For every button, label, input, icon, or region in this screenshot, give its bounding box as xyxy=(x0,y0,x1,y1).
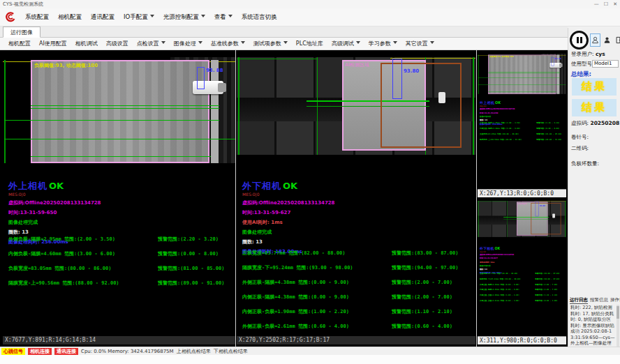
measurement-row: 隔膜宽度-下=95.24mm 范围:(93.00 - 98.00)预警范围:(9… xyxy=(242,264,471,271)
time-label: 时间:13-31-59-627 xyxy=(480,257,514,260)
measurement-row: 负极宽度=83.05mm 范围:(80.00 - 86.00)预警范围:(81.… xyxy=(480,132,566,135)
pause-button[interactable] xyxy=(570,31,589,50)
green-edge-line xyxy=(4,60,6,163)
turns-label: 圈数: 13 xyxy=(480,268,514,271)
admin-mode-button[interactable] xyxy=(602,33,612,47)
log-tab-alarm[interactable]: 报警信息 xyxy=(590,297,608,304)
measurement-row: 隔膜宽度-上=90.56mm 范围:(88.00 - 92.00)预警范围:(8… xyxy=(8,280,235,287)
measurement-row: 内侧正极-隔膜=4.38mm 范围:(0.00 - 9.00)预警范围:(2.0… xyxy=(480,289,565,291)
model-select[interactable]: Model1 xyxy=(592,60,619,68)
tool-advanced-settings[interactable]: 高级设置 xyxy=(102,40,133,47)
maximize-icon[interactable]: ☐ xyxy=(604,1,608,7)
ai-region-label: AI检测区域 xyxy=(518,202,527,205)
tool-other-settings[interactable]: 其它设置 xyxy=(401,40,438,47)
green-edge-line xyxy=(565,201,566,237)
green-edge-line xyxy=(473,57,474,155)
pixel-coordinate-readout: X:7677,Y:891;R:14;G:14;B:14 xyxy=(3,336,235,344)
tab-run-image[interactable]: 运行图像 xyxy=(3,26,40,38)
connector-tip xyxy=(559,63,563,67)
measurement-row: 内侧负极-隔膜=4.60mm 范围:(3.00 - 6.00)预警范围:(0.0… xyxy=(480,127,566,130)
operator-mode-button[interactable] xyxy=(590,33,600,47)
result-text-block: 外下相机OK MES:0|0 虚拟码:Offline20250208133134… xyxy=(242,179,335,255)
result-ok: OK xyxy=(494,247,500,251)
comm-connection-badge: 通讯连接 xyxy=(54,348,78,355)
user-icon xyxy=(591,36,599,44)
tool-learning-params[interactable]: 学习参数 xyxy=(364,40,401,47)
roi-value-label: 93.80 xyxy=(404,68,419,74)
time-label: 时间:13-31-59-650 xyxy=(8,209,101,216)
tool-ai-config[interactable]: AI使用配置 xyxy=(35,40,71,47)
measurement-row: 内侧正极-隔膜=4.38mm 范围:(0.00 - 9.00)预警范围:(2.0… xyxy=(242,294,471,301)
measurement-row: 外侧正极-隔膜=4.38mm 范围:(0.00 - 9.00)预警范围:(2.0… xyxy=(480,283,565,286)
measurement-row: 内侧正极-负极=1.90mm 范围:(1.00 - 2.20)预警范围:(1.1… xyxy=(242,308,471,315)
green-edge-line xyxy=(478,55,479,94)
blue-roi-box xyxy=(392,59,402,99)
log-tab-operation[interactable]: 操作日志 xyxy=(610,297,620,304)
thumbnail-view-lower[interactable]: AI检测区域 93.80 外下相机OK MES:0|0 虚拟码:Offline2… xyxy=(478,199,566,344)
virtual-code: 虚拟码:Offline20250208133134728 xyxy=(8,199,101,206)
tool-advanced-debug[interactable]: 高级调试 xyxy=(327,40,364,47)
result-text-block: 外下相机OK MES:0|0 虚拟码:Offline20250208133134… xyxy=(480,246,514,275)
measure-line xyxy=(31,105,219,106)
close-icon[interactable]: ✕ xyxy=(613,1,617,7)
measurement-row: 外侧正极-隔膜=4.38mm 范围:(0.00 - 9.00)预警范围:(2.0… xyxy=(242,279,471,286)
tool-test-params[interactable]: 测试项参数 xyxy=(249,40,292,47)
menu-comm-config[interactable]: 通讯配置 xyxy=(91,13,115,22)
roi-value-label: 93. 88 xyxy=(206,68,223,73)
camera-view-upper[interactable]: 93. 88 负极阈值:93, 动态阈值:100 外上相机OK MES:0|0 … xyxy=(3,52,235,344)
tool-baseline-params[interactable]: 基准线参数 xyxy=(207,40,249,47)
threshold-label: 负极阈值:93, 动态阈值:100 xyxy=(489,56,514,59)
log-tab-run[interactable]: 运行日志 xyxy=(570,297,588,304)
logout-button[interactable] xyxy=(614,33,620,47)
green-edge-line xyxy=(238,57,239,155)
log-scrollbar[interactable] xyxy=(617,305,619,347)
menu-io-config[interactable]: IO手配置 xyxy=(124,13,154,22)
bright-spot xyxy=(438,92,445,103)
roi-value-label: 93.80 xyxy=(540,205,545,207)
result-badge-upper: 结果 xyxy=(572,78,617,96)
tool-spot-check[interactable]: 点检设置 xyxy=(133,40,170,47)
menu-light-config[interactable]: 光源控制配置 xyxy=(163,13,205,22)
tool-plc-address[interactable]: PLC地址库 xyxy=(292,40,327,47)
measurement-row: 外侧正极-负极=2.61mm 范围:(0.60 - 4.00)预警范围:(0.6… xyxy=(480,299,565,302)
tool-camera-config[interactable]: 相机配置 xyxy=(4,40,35,47)
measure-line xyxy=(4,120,219,121)
measurement-row: 负极宽度=83.05mm 范围:(80.00 - 86.00)预警范围:(81.… xyxy=(8,265,235,272)
menu-language-switch[interactable]: 系统语言切换 xyxy=(242,13,277,22)
camera-title: 外上相机 xyxy=(8,181,47,191)
camera-title: 外下相机 xyxy=(242,181,281,191)
tool-camera-debug[interactable]: 相机调试 xyxy=(71,40,102,47)
blue-roi-box xyxy=(552,57,554,66)
measurement-row: 外侧正极-负极=2.61mm 范围:(0.60 - 4.00)预警范围:(0.6… xyxy=(242,323,471,330)
threshold-label: 负极阈值:93, 动态阈值:100 xyxy=(34,62,98,69)
virtual-code: 虚拟码:Offline20250208133134728 xyxy=(480,254,514,257)
thumbnail-view-upper[interactable]: 93. 88 负极阈值:93, 动态阈值:100 外上相机OK MES:0|0 … xyxy=(478,52,566,197)
measurement-row: 隔膜宽度-下=95.24mm 范围:(93.00 - 98.00)预警范围:(9… xyxy=(480,278,565,280)
lower-camera-check-result: 下相机点检结果 xyxy=(214,348,248,355)
status-bar: 心跳信号 相机连接 通讯连接 Cpu: 0.0% Memory: 3424.41… xyxy=(0,347,620,355)
qrcode-row: 二维码: xyxy=(571,145,589,152)
camera-connection-badge: 相机连接 xyxy=(28,348,52,355)
virtual-code: 虚拟码:Offline20250208133134728 xyxy=(242,199,335,206)
menu-system-config[interactable]: 系统配置 xyxy=(25,13,49,22)
blue-roi-box xyxy=(197,67,205,89)
menu-camera-config[interactable]: 相机配置 xyxy=(58,13,82,22)
bright-band xyxy=(211,60,219,163)
user-filled-icon xyxy=(603,36,611,44)
app-logo-icon xyxy=(4,11,16,23)
time-label: 时间:13-31-59-627 xyxy=(242,209,335,216)
tool-image-processing[interactable]: 图像处理 xyxy=(170,40,207,47)
process-done-label: 图像处理完成 xyxy=(480,115,515,118)
menu-view[interactable]: 查看 xyxy=(214,13,232,22)
result-ok: OK xyxy=(495,100,501,105)
camera-title: 外上相机 xyxy=(480,100,494,105)
window-title: CYS-视觉检测系统 xyxy=(3,1,43,8)
process-done-label: 图像处理完成 xyxy=(8,219,101,226)
minimize-icon[interactable]: — xyxy=(594,1,599,7)
camera-title: 外下相机 xyxy=(480,247,494,251)
log-tabs: 运行日志 报警信息 操作日志 xyxy=(570,297,620,304)
cpu-memory-readout: Cpu: 0.0% Memory: 3424.41796875M xyxy=(81,349,174,354)
mes-label: MES:0|0 xyxy=(8,192,101,197)
camera-view-lower[interactable]: AI检测区域 93.80 外下相机OK MES:0|0 虚拟码:Offline2… xyxy=(237,52,475,344)
panel-divider xyxy=(476,50,477,347)
